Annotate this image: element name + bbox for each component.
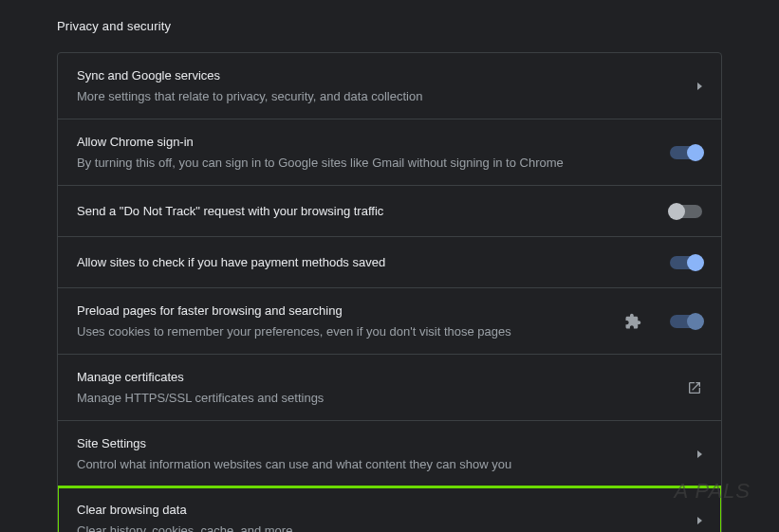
setting-site-settings[interactable]: Site Settings Control what information w…	[58, 421, 721, 487]
setting-subtitle: By turning this off, you can sign in to …	[77, 154, 658, 173]
toggle-payment-check[interactable]	[670, 256, 702, 269]
toggle-allow-signin[interactable]	[670, 146, 702, 159]
setting-manage-certificates[interactable]: Manage certificates Manage HTTPS/SSL cer…	[58, 355, 721, 421]
setting-allow-chrome-signin: Allow Chrome sign-in By turning this off…	[58, 119, 721, 186]
setting-title: Clear browsing data	[77, 501, 686, 520]
setting-title: Allow sites to check if you have payment…	[77, 253, 658, 272]
watermark-text: A PALS	[674, 479, 751, 504]
settings-section: Privacy and security Sync and Google ser…	[0, 0, 779, 532]
toggle-preload[interactable]	[670, 315, 702, 328]
setting-text: Clear browsing data Clear history, cooki…	[77, 501, 686, 532]
section-title: Privacy and security	[57, 19, 722, 33]
setting-text: Send a "Do Not Track" request with your …	[77, 202, 658, 221]
setting-subtitle: Uses cookies to remember your preference…	[77, 322, 624, 341]
setting-text: Allow Chrome sign-in By turning this off…	[77, 133, 658, 172]
setting-title: Allow Chrome sign-in	[77, 133, 658, 152]
extension-icon[interactable]	[624, 313, 641, 330]
setting-sync-google-services[interactable]: Sync and Google services More settings t…	[58, 53, 721, 119]
setting-subtitle: Control what information websites can us…	[77, 455, 686, 474]
setting-do-not-track: Send a "Do Not Track" request with your …	[58, 186, 721, 237]
chevron-right-icon	[697, 450, 702, 458]
setting-clear-browsing-data[interactable]: Clear browsing data Clear history, cooki…	[58, 487, 721, 532]
setting-preload-pages: Preload pages for faster browsing and se…	[58, 288, 721, 355]
setting-subtitle: More settings that relate to privacy, se…	[77, 87, 686, 106]
chevron-right-icon	[697, 83, 702, 90]
setting-title: Preload pages for faster browsing and se…	[77, 302, 624, 321]
setting-title: Send a "Do Not Track" request with your …	[77, 202, 658, 221]
setting-title: Site Settings	[77, 434, 686, 453]
setting-payment-methods-check: Allow sites to check if you have payment…	[58, 237, 721, 288]
setting-title: Sync and Google services	[77, 66, 686, 85]
settings-list: Sync and Google services More settings t…	[57, 52, 722, 532]
toggle-do-not-track[interactable]	[670, 205, 702, 218]
setting-text: Preload pages for faster browsing and se…	[77, 302, 624, 340]
setting-subtitle: Clear history, cookies, cache, and more	[77, 522, 686, 533]
chevron-right-icon	[697, 517, 702, 524]
setting-text: Sync and Google services More settings t…	[77, 66, 686, 105]
setting-text: Manage certificates Manage HTTPS/SSL cer…	[77, 368, 676, 407]
setting-title: Manage certificates	[77, 368, 676, 387]
setting-subtitle: Manage HTTPS/SSL certificates and settin…	[77, 389, 676, 408]
setting-text: Allow sites to check if you have payment…	[77, 253, 658, 272]
open-external-icon	[687, 380, 702, 395]
setting-text: Site Settings Control what information w…	[77, 434, 686, 473]
